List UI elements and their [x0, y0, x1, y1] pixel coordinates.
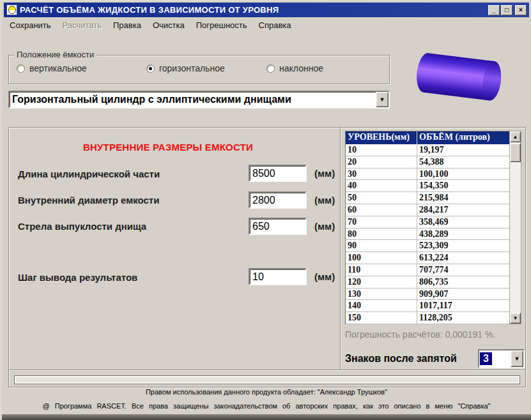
chevron-down-icon: ▼	[380, 96, 385, 103]
menu-item-2[interactable]: Правка	[107, 19, 147, 31]
dimension-unit-2: (мм)	[314, 221, 335, 232]
decimals-value: 3	[480, 352, 492, 365]
cell-volume: 1017,117	[417, 300, 509, 311]
menu-item-1: Расчитать	[57, 19, 107, 31]
menu-item-4[interactable]: Погрешность	[190, 19, 253, 31]
radio-circle-icon[interactable]	[266, 64, 275, 73]
scrollbar-thumb[interactable]	[510, 143, 521, 162]
cell-volume: 100,100	[417, 169, 509, 180]
table-row[interactable]: 1501128,205	[346, 312, 509, 324]
chevron-down-icon: ▼	[514, 356, 520, 362]
table-scrollbar[interactable]: ▲ ▼	[509, 131, 521, 324]
table-row[interactable]: 90523,309	[346, 240, 509, 252]
dimension-label-0: Длина цилиндрической части	[18, 169, 160, 179]
cell-level: 110	[346, 264, 417, 276]
table-row[interactable]: 110707,774	[346, 264, 509, 276]
tank-type-value: Горизонтальный цилиндр с эллиптическими …	[10, 94, 376, 105]
radio-option-2[interactable]: наклонное	[266, 63, 323, 73]
dimension-label-3: Шаг вывода результатов	[18, 272, 137, 283]
radio-option-0[interactable]: вертикальное	[17, 63, 87, 73]
table-row[interactable]: 1401017,117	[346, 300, 509, 312]
cell-volume: 909,907	[417, 289, 509, 300]
table-row[interactable]: 120806,735	[346, 276, 509, 289]
cell-level: 80	[346, 229, 417, 240]
table-row[interactable]: 80438,289	[346, 229, 509, 241]
minimize-button[interactable]: _	[488, 5, 500, 15]
footer-copyright-text: @ Программа RASCET. Все права защищены з…	[2, 402, 531, 410]
progress-bar	[14, 375, 520, 384]
dimension-input-3[interactable]	[249, 268, 307, 285]
cell-volume: 154,350	[417, 180, 509, 191]
radio-circle-icon[interactable]	[146, 64, 155, 73]
cell-level: 30	[346, 169, 417, 180]
scroll-up-button[interactable]: ▲	[510, 131, 521, 142]
panel-horizontal-divider	[9, 370, 525, 371]
menu-item-3[interactable]: Очистка	[147, 19, 190, 31]
accuracy-text: Погрешность расчётов: 0,000191 %.	[345, 329, 495, 340]
maximize-button[interactable]: □	[501, 5, 512, 15]
dimensions-title: ВНУТРЕННИЕ РАЗМЕРЫ ЕМКОСТИ	[21, 142, 315, 153]
cell-volume: 523,309	[417, 240, 509, 251]
dimension-label-1: Внутренний диаметр емкости	[18, 195, 159, 206]
table-header: УРОВЕНЬ(мм) ОБЪЁМ (литров)	[346, 131, 509, 144]
table-row[interactable]: 130909,907	[346, 289, 509, 301]
cell-volume: 806,735	[417, 276, 509, 288]
table-row[interactable]: 1019,197	[346, 144, 509, 156]
table-row[interactable]: 70358,469	[346, 216, 509, 229]
cell-level: 140	[346, 300, 417, 311]
radio-label: наклонное	[279, 63, 323, 73]
table-row[interactable]: 60284,217	[346, 204, 509, 216]
dimension-unit-3: (мм)	[314, 271, 335, 282]
arrow-down-icon: ▼	[513, 315, 518, 321]
table-row[interactable]: 100613,224	[346, 252, 509, 264]
cell-level: 20	[346, 156, 417, 168]
menu-item-5[interactable]: Справка	[253, 19, 297, 31]
cell-volume: 613,224	[417, 252, 509, 264]
radio-label: вертикальное	[29, 63, 87, 73]
cell-level: 120	[346, 276, 417, 288]
cell-volume: 438,289	[417, 229, 509, 240]
dimension-input-2[interactable]	[249, 218, 307, 235]
close-button[interactable]: ×	[515, 5, 527, 15]
decimals-field: 3	[479, 350, 511, 367]
radio-row: вертикальноегоризонтальноенаклонное	[9, 63, 389, 77]
tank-type-dropdown-button[interactable]: ▼	[376, 92, 389, 107]
cell-volume: 707,774	[417, 264, 509, 276]
cell-level: 40	[346, 180, 417, 191]
footer-owner-text: Правом использования данного продукта об…	[2, 388, 531, 396]
column-header-volume: ОБЪЁМ (литров)	[417, 131, 509, 144]
cell-volume: 19,197	[417, 144, 509, 156]
table-row[interactable]: 50215,984	[346, 192, 509, 204]
tank-cylinder-image	[408, 51, 517, 105]
decimals-dropdown-button[interactable]: ▼	[511, 350, 523, 367]
results-table[interactable]: УРОВЕНЬ(мм) ОБЪЁМ (литров) 1019,1972054,…	[345, 131, 509, 324]
table-row[interactable]: 30100,100	[346, 169, 509, 181]
group-title: Положение ёмкости	[14, 50, 96, 59]
menu-item-0[interactable]: Сохранить	[4, 19, 57, 31]
column-header-level: УРОВЕНЬ(мм)	[346, 131, 417, 144]
dimension-unit-1: (мм)	[314, 195, 335, 206]
radio-circle-icon[interactable]	[17, 64, 25, 73]
cell-volume: 284,217	[417, 204, 509, 216]
decimals-combobox[interactable]: 3 ▼	[478, 349, 525, 368]
app-window: РАСЧЁТ ОБЪЁМА ЖИДКОСТИ В ЗАВИСИМОСТИ ОТ …	[0, 0, 531, 420]
dimension-input-0[interactable]	[249, 165, 307, 182]
cell-volume: 215,984	[417, 192, 509, 204]
dimension-input-1[interactable]	[249, 191, 307, 209]
cell-volume: 358,469	[417, 216, 509, 228]
decimals-label: Знаков после запятой	[345, 353, 457, 364]
tank-position-group: Положение ёмкости вертикальноегоризонтал…	[8, 55, 390, 84]
window-title: РАСЧЁТ ОБЪЁМА ЖИДКОСТИ В ЗАВИСИМОСТИ ОТ …	[20, 5, 488, 15]
tank-egg-icon	[8, 6, 16, 14]
table-row[interactable]: 40154,350	[346, 180, 509, 192]
cell-level: 130	[346, 289, 417, 300]
radio-option-1[interactable]: горизонтальное	[146, 63, 225, 73]
tank-type-combobox[interactable]: Горизонтальный цилиндр с эллиптическими …	[8, 91, 390, 109]
dimension-label-2: Стрела выпуклости днища	[18, 221, 146, 232]
cell-level: 100	[346, 252, 417, 264]
table-row[interactable]: 2054,388	[346, 156, 509, 169]
radio-label: горизонтальное	[159, 63, 225, 73]
cell-level: 60	[346, 204, 417, 216]
scroll-down-button[interactable]: ▼	[510, 313, 521, 324]
app-icon	[6, 4, 17, 15]
